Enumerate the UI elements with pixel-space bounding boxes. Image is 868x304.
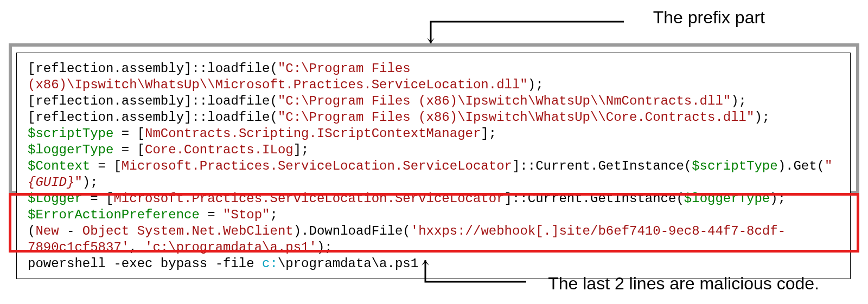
code-box: [reflection.assembly]::loadfile("C:\Prog… <box>16 53 851 279</box>
code-token: $scriptType <box>692 159 777 173</box>
code-token: = <box>200 208 223 222</box>
code-content: [reflection.assembly]::loadfile("C:\Prog… <box>17 59 850 276</box>
code-token: , <box>129 240 145 255</box>
code-token: " <box>74 175 82 190</box>
code-token: $Context <box>28 159 90 173</box>
code-token: New <box>35 224 59 238</box>
code-token: c: <box>262 256 278 271</box>
code-token: $loggerType <box>28 143 113 157</box>
code-token: ]::Current.GetInstance( <box>512 159 692 173</box>
code-token: {GUID} <box>28 175 74 190</box>
code-token: ); <box>731 94 746 108</box>
code-token: ).Get( <box>778 159 825 173</box>
annotation-prefix-label: The prefix part <box>653 8 765 28</box>
code-token: "C:\Program Files (x86)\Ipswitch\WhatsUp… <box>278 110 755 125</box>
code-token: ]; <box>293 143 309 157</box>
code-token: $ErrorActionPreference <box>28 208 200 222</box>
code-token: powershell -exec bypass -file <box>28 256 262 271</box>
code-token: Microsoft.Practices.ServiceLocation.Serv… <box>113 191 504 206</box>
code-token: ]; <box>481 126 496 141</box>
code-token: [reflection.assembly]::loadfile( <box>28 61 278 76</box>
code-token: ); <box>82 175 98 190</box>
arrow-down-icon <box>423 18 629 49</box>
annotation-malicious-label: The last 2 lines are malicious code. <box>548 274 819 294</box>
code-token: "Stop" <box>223 208 270 222</box>
code-token: Microsoft.Practices.ServiceLocation.Serv… <box>122 159 512 173</box>
code-token: ); <box>528 77 544 92</box>
code-token: ).DownloadFile( <box>293 224 411 238</box>
code-token: $loggerType <box>684 191 770 206</box>
code-token: = [ <box>90 159 122 173</box>
code-token: \programdata\a.ps1 <box>278 256 418 271</box>
code-token: "C:\Program Files (x86)\Ipswitch\WhatsUp… <box>278 94 731 108</box>
code-token: = [ <box>113 143 145 157</box>
code-token: ); <box>770 191 786 206</box>
code-token: ; <box>270 208 278 222</box>
code-token: $scriptType <box>28 126 113 141</box>
code-token: Object System.Net.WebClient <box>82 224 293 238</box>
code-token: 'c:\programdata\a.ps1' <box>145 240 317 255</box>
code-token: $Logger <box>28 191 82 206</box>
code-token: - <box>59 224 82 238</box>
code-token: [reflection.assembly]::loadfile( <box>28 94 278 108</box>
code-token: ); <box>754 110 770 125</box>
code-token: " <box>825 159 832 173</box>
code-token: ]::Current.GetInstance( <box>505 191 684 206</box>
code-token: Core.Contracts.ILog <box>145 143 293 157</box>
code-token: = [ <box>113 126 145 141</box>
code-token: ( <box>28 224 35 238</box>
code-token: ); <box>317 240 333 255</box>
code-token: NmContracts.Scripting.IScriptContextMana… <box>145 126 481 141</box>
code-token: [reflection.assembly]::loadfile( <box>28 110 278 125</box>
code-token: = [ <box>82 191 114 206</box>
